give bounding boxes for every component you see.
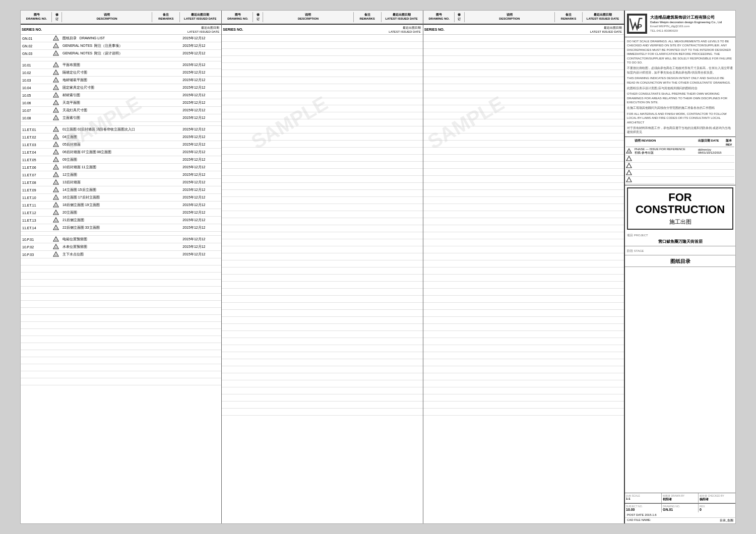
- revision-row-2: [626, 156, 734, 163]
- note-en1: DO NOT SCALE DRAWINGS. ALL MEASUREMENTS …: [627, 39, 733, 64]
- col3-series-label: SERIES NO.: [424, 28, 455, 31]
- col3-empty-space: [423, 35, 624, 523]
- rev-row2-icon: [626, 156, 634, 162]
- drawing-title-section: 图纸目录: [625, 255, 735, 267]
- cad-file-value: 目录_鱼圈: [720, 518, 733, 523]
- page: SAMPLE SAMPLE SAMPLE 图号DRAWING NO. 修订 说明…: [20, 10, 736, 524]
- project-name: 营口鲅鱼圈万隆天街首层: [627, 239, 733, 244]
- rev-header-desc: 说明 REVISION: [634, 138, 698, 147]
- row-et04: 11.ET.04 A 06后封墙面 07立面图 08立面图 2015年12月12: [21, 149, 221, 156]
- row-1002: 10.02 A 隔墙定位尺寸图 2015年12月12: [21, 69, 221, 77]
- triangle-icon-p02: A: [52, 243, 59, 250]
- company-tel: TEL:0411-83080029: [650, 29, 733, 33]
- dr-rev-gn03: A: [51, 50, 61, 57]
- svg-text:P: P: [638, 23, 642, 30]
- dr-date-gn03: 2015年12月12: [181, 51, 221, 56]
- stage-label: 阶段 STAGE: [627, 249, 733, 253]
- right-panel: P 大连维品建筑装饰设计工程有限公司 Dalian Weipin decorat…: [624, 11, 735, 523]
- subject-cell: SUBJECT NO. 10.00: [625, 504, 662, 512]
- row-1001: 10.01 A 平面布置图 2015年12月12: [21, 61, 221, 69]
- row-p02: 10.P.02 A 水表位置预留图 2015年12月12: [21, 243, 221, 251]
- col1-header-drawing-no: 图号DRAWING NO.: [22, 12, 52, 22]
- row-et06: 11.ET.06 A 10后封墙面 11立面图 2015年12月12: [21, 164, 221, 171]
- triangle-icon-p01: A: [52, 236, 59, 243]
- triangle-icon-et07: A: [52, 171, 59, 178]
- scale-cell: 比例 SCALE 1:1: [625, 493, 662, 503]
- revision-row-1: A PHASE — ISSUE FOR REFERENCE初稿-参考出版 dd/…: [626, 147, 734, 156]
- post-date-label: POST DATE: [627, 513, 644, 516]
- triangle-icon-1004: A: [52, 84, 59, 91]
- triangle-icon-p03: A: [52, 251, 59, 258]
- rev-id-value: 0: [700, 508, 734, 511]
- row-et11: 11.ET.11 A 18后侧立面图 19立面图 2015年12月12: [21, 202, 221, 209]
- triangle-icon-et01: A: [52, 126, 59, 133]
- company-name-en: Dalian Weipin decoration design Engineer…: [650, 20, 733, 24]
- dr-desc-gn01: 图纸目录 DRAWING LIST: [61, 36, 153, 41]
- revision-table: 说明 REVISION 出版日期 DATE 版本 REV A PHASE — I…: [625, 137, 735, 185]
- svg-text:A: A: [55, 102, 57, 105]
- svg-marker-63: [626, 177, 632, 182]
- row-1008: 10.08 A 立面索引图 2015年12月12: [21, 114, 221, 122]
- triangle-icon-1001: A: [52, 61, 59, 69]
- row-et01: 11.ET.01 A 01立面图 02后封墙面 消防卷帘收立面图次入口 2015…: [21, 126, 221, 134]
- company-email: Email:WEIPIN_dlg@163.com: [650, 24, 733, 28]
- svg-text:A: A: [55, 144, 57, 147]
- col2-series-label: SERIES NO.: [223, 28, 253, 31]
- checked-value: 杨阳者: [700, 497, 734, 502]
- svg-text:A: A: [55, 182, 57, 184]
- cad-file-label: CAD FILE NAME:: [627, 518, 651, 523]
- triangle-icon-et13: A: [52, 217, 59, 224]
- svg-text:A: A: [55, 117, 57, 120]
- col1-header-date: 最近出图日期LATEST ISSUED DATE: [180, 12, 220, 22]
- row-1005: 10.05 A 材材索引图 2015年12月12: [21, 92, 221, 99]
- svg-text:A: A: [55, 129, 57, 131]
- project-label: 项目 PROJECT: [627, 233, 733, 238]
- row-et08: 11.ET.08 A 13后封墙面 2015年12月12: [21, 179, 221, 186]
- gap2: [21, 122, 221, 126]
- svg-text:A: A: [55, 110, 57, 112]
- note-cn3: 在施工现场其他顾问为其独自分管范围的施工准备各自的工作图纸: [627, 106, 733, 110]
- triangle-icon-et10: A: [52, 194, 59, 201]
- col2-header-description: 说明DESCRIPTION: [263, 12, 353, 22]
- for-construction-text: FOR CONSTRUCTION: [630, 191, 730, 216]
- column-3: 图号DRAWING NO. 修订 说明DESCRIPTION 备注REMARKS…: [423, 11, 624, 523]
- post-date: POST DATE 2015.1.6: [625, 512, 735, 517]
- gap3: [21, 232, 221, 236]
- col1-empty-space: [21, 258, 221, 523]
- col1-latest-label: 最近出图日期LATEST ISSUED DATE: [180, 26, 220, 33]
- row-et07: 11.ET.07 A 12立面图 2015年12月12: [21, 171, 221, 179]
- row-p03: 10.P.03 A 主下水点位图 2015年12月12: [21, 251, 221, 258]
- triangle-icon-gn01: A: [52, 35, 59, 42]
- triangle-icon-1003: A: [52, 77, 59, 84]
- triangle-icon-et06: A: [52, 164, 59, 171]
- svg-text:A: A: [55, 64, 57, 67]
- col2-header-date: 最近出图日期LATEST ISSUED DATE: [382, 12, 422, 22]
- row-1003: 10.03 A 地材铺装平面图 2015年12月12: [21, 77, 221, 84]
- col1-series-row: SERIES NO. 最近出图日期LATEST ISSUED DATE: [21, 25, 221, 35]
- note-en3: OTHER CONSULTANTS SHALL PREPARE THEIR OW…: [627, 92, 733, 104]
- note-en4: FOR ALL MATERIALS AND FINISH WORK, CONTR…: [627, 112, 733, 124]
- columns-area: 图号DRAWING NO. 修订 说明DESCRIPTION 备注REMARKS…: [21, 11, 624, 523]
- dr-date-gn01: 2015年12月12: [181, 36, 221, 41]
- drawing-id-cell: DRAWING NO. GN.01: [662, 504, 699, 512]
- svg-marker-62: [626, 170, 632, 175]
- company-logo: P: [627, 14, 647, 34]
- triangle-icon-1002: A: [52, 69, 59, 76]
- row-et10: 11.ET.10 A 16立面图 17后封立面图 2015年12月12: [21, 194, 221, 202]
- svg-marker-60: [626, 156, 632, 161]
- col2-header-revision: 修订: [253, 12, 263, 22]
- col1-header-revision: 修订: [52, 12, 62, 22]
- col3-series-row: SERIES NO. 最近出图日期LATEST ISSUED DATE: [423, 25, 624, 35]
- row-1004: 10.04 A 固定家具定位尺寸图 2015年12月12: [21, 84, 221, 92]
- rev-row5-icon: [626, 177, 634, 183]
- drawing-title: 图纸目录: [627, 258, 733, 265]
- svg-text:A: A: [55, 239, 57, 241]
- drawn-cell: 绘图者 DRAWN BY 初阳者: [662, 493, 699, 503]
- rev-row4-icon: [626, 170, 634, 176]
- svg-text:A: A: [55, 137, 57, 139]
- checked-cell: 校对者 CHECKED BY 杨阳者: [699, 493, 735, 503]
- svg-marker-61: [626, 163, 632, 168]
- triangle-icon-1006: A: [52, 99, 59, 106]
- row-et02: 11.ET.02 A 04立面图 2015年12月12: [21, 134, 221, 141]
- row-gn03: GN.03 A GENERAL NOTES 附注（设计说明） 2015年12月1…: [21, 50, 221, 57]
